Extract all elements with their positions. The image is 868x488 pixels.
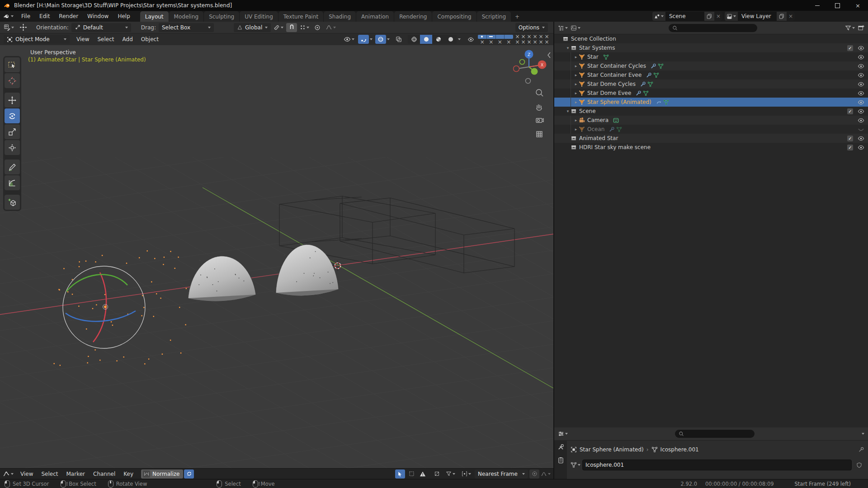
close-button[interactable]: × [848,0,868,11]
normalize-view-button[interactable] [432,469,442,479]
collapse-panel-icon[interactable] [548,52,550,58]
shading-solid-button[interactable] [420,35,432,44]
workspace-tab-modeling[interactable]: Modeling [169,11,204,22]
tool-select-box[interactable] [5,57,20,72]
workspace-tab-compositing[interactable]: Compositing [432,11,476,22]
collection-checkbox[interactable]: ✓ [847,136,853,141]
topbar-menu-edit[interactable]: Edit [35,11,54,22]
workspace-tab-shading[interactable]: Shading [324,11,356,22]
missing-icon-placeholder[interactable]: × [488,40,494,45]
outliner-row-star-container-evee[interactable]: ▸Star Container Evee [554,70,868,80]
outliner-row-scene[interactable]: ▾Scene✓ [554,107,868,116]
outliner-row-star-container-cycles[interactable]: ▸Star Container Cycles [554,61,868,70]
outliner-row-scene-collection[interactable]: Scene Collection [554,34,868,43]
editor-type-selector[interactable] [4,24,14,31]
outliner-row-hdri-star-sky-make-scene[interactable]: HDRI Star sky make scene✓ [554,143,868,152]
properties-editor-selector[interactable] [558,431,568,437]
missing-icon-placeholder[interactable]: × [479,40,485,45]
topbar-menu-file[interactable]: File [17,11,35,22]
outliner-filter[interactable] [845,25,855,31]
missing-icon-placeholder[interactable]: × [520,40,526,45]
new-scene-button[interactable] [704,12,714,21]
missing-icon-placeholder[interactable]: × [506,40,512,45]
axis-negx-ball[interactable] [514,66,519,72]
viewport-menu-object[interactable]: Object [137,35,163,44]
zoom-tool-icon[interactable] [536,89,543,96]
eye-open-icon[interactable] [858,45,864,52]
chevron-down-icon[interactable] [862,433,864,435]
scene-name[interactable]: Scene [665,12,704,21]
eye-open-icon[interactable] [858,63,864,70]
unlink-scene-button[interactable]: × [714,12,722,21]
expander-icon[interactable]: ▾ [565,46,571,50]
gizmo-y-ring[interactable] [66,275,127,291]
axis-negz-ball[interactable] [526,79,531,84]
active-tool-icon[interactable] [19,23,27,31]
snap-target-selector[interactable] [274,24,283,31]
missing-icon-placeholder[interactable]: × [520,34,526,39]
tool-scale[interactable] [5,124,20,139]
new-collection-button[interactable] [858,24,864,31]
eye-closed-icon[interactable] [858,126,864,133]
drag-dropdown[interactable]: Select Box [159,23,214,32]
missing-icon-placeholder[interactable]: × [544,40,550,45]
proportional-falloff-selector[interactable] [326,24,336,31]
missing-icon-placeholder[interactable]: × [526,40,532,45]
snap-mode-dropdown[interactable]: Nearest Frame [475,469,528,479]
pan-hand-icon[interactable] [537,104,542,110]
outliner-row-ocean[interactable]: ▸Ocean [554,125,868,134]
filter-dropdown[interactable] [443,469,458,479]
eye-open-icon[interactable] [858,108,864,115]
expander-icon[interactable]: ▸ [573,73,579,77]
view-layer-name[interactable]: View Layer [738,12,777,21]
shading-material-button[interactable] [432,35,444,44]
missing-icon-placeholder[interactable]: × [538,40,544,45]
workspace-tab-animation[interactable]: Animation [356,11,394,22]
eye-open-icon[interactable] [858,72,864,79]
graph-editor-menu-marker[interactable]: Marker [62,469,89,479]
viewport-menu-select[interactable]: Select [93,35,118,44]
snap-dropdown[interactable] [459,469,473,479]
tool-move[interactable] [5,93,20,108]
shading-wireframe-button[interactable] [408,35,420,44]
auto-normalize-sync-button[interactable] [184,469,194,479]
outliner-row-camera[interactable]: ▸Camera [554,116,868,125]
tweak-tool-button[interactable] [395,469,405,479]
add-workspace-button[interactable]: + [511,11,523,22]
tab-tool-icon[interactable] [557,444,564,450]
axis-y-ball[interactable] [531,68,538,75]
show-errors-warning-icon[interactable] [418,469,428,479]
eye-open-icon[interactable] [858,99,864,106]
ortho-toggle-icon[interactable] [537,131,542,137]
collection-visibility-bar[interactable] [478,35,513,39]
collection-checkbox[interactable]: ✓ [847,145,853,150]
graph-editor-menu-view[interactable]: View [16,469,37,479]
graph-editor-menu-channel[interactable]: Channel [89,469,119,479]
viewport-3d[interactable]: Z X User Perspective (1) Animated Star |… [0,45,553,468]
viewport-menu-add[interactable]: Add [118,35,137,44]
blender-app-menu[interactable] [0,11,17,22]
snap-toggle[interactable] [286,23,297,32]
outliner-row-animated-star[interactable]: Animated Star✓ [554,134,868,143]
tool-transform[interactable] [5,140,20,155]
topbar-menu-window[interactable]: Window [83,11,113,22]
normalize-toggle[interactable]: Normalize [141,469,183,479]
missing-icon-placeholder[interactable]: × [526,34,532,39]
navigation-gizmo[interactable]: Z X [514,50,547,84]
eye-open-icon[interactable] [858,144,864,151]
outliner-row-star[interactable]: ▸Star [554,52,868,61]
remove-view-layer-button[interactable]: × [787,12,795,21]
workspace-tab-rendering[interactable]: Rendering [394,11,432,22]
show-gizmos-toggle[interactable] [358,35,373,44]
graph-editor-selector[interactable] [3,470,14,478]
collection-checkbox[interactable]: ✓ [847,108,853,114]
orientation-dropdown[interactable]: Default [71,23,131,32]
expander-icon[interactable]: ▸ [573,82,579,86]
datablock-name-input[interactable]: Icosphere.001 [582,460,852,470]
eye-open-icon[interactable] [858,135,864,142]
proportional-editing-toggle[interactable] [312,23,323,32]
dome-mesh-left[interactable] [188,256,256,301]
new-view-layer-button[interactable] [777,12,787,21]
outliner-row-star-dome-cycles[interactable]: ▸Star Dome Cycles [554,80,868,89]
transform-pivot-dropdown[interactable]: Global [234,23,271,32]
